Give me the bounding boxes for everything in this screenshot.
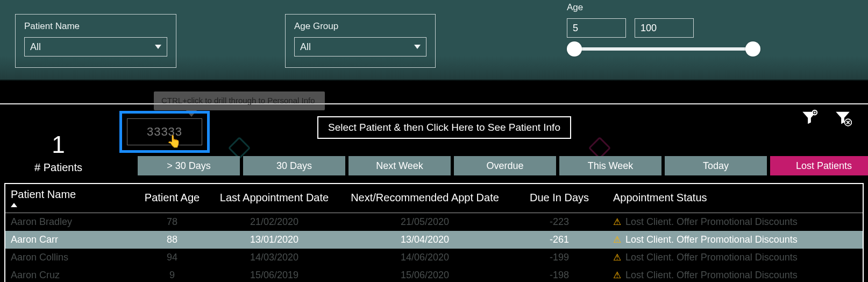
filter-patient-name: Patient Name All xyxy=(15,14,176,68)
chevron-down-icon xyxy=(155,45,161,49)
filter-age-group: Age Group All xyxy=(285,14,436,68)
cell-next-appt: 21/05/2020 xyxy=(339,213,511,231)
status-tab[interactable]: Lost Patients xyxy=(770,156,868,175)
drillthrough-highlight: 33333 xyxy=(119,111,210,153)
cell-status: ⚠Lost Client. Offer Promotional Discount… xyxy=(608,213,863,231)
patient-count-label: # Patients xyxy=(34,161,82,174)
cell-last-appt: 21/02/2020 xyxy=(210,213,339,231)
filter-age-slider: Age xyxy=(567,2,803,51)
cell-due: -199 xyxy=(511,249,608,266)
filter-patient-name-label: Patient Name xyxy=(24,21,167,32)
table-header-row: Patient Name Patient Age Last Appointmen… xyxy=(5,184,863,213)
patient-name-value: All xyxy=(30,41,41,53)
cell-last-appt: 15/06/2019 xyxy=(210,266,339,282)
cell-next-appt: 13/04/2020 xyxy=(339,231,511,249)
status-tab[interactable]: Overdue xyxy=(454,156,556,175)
age-slider-thumb-max[interactable] xyxy=(745,41,760,57)
cell-last-appt: 14/03/2020 xyxy=(210,249,339,266)
cell-due: -223 xyxy=(511,213,608,231)
cell-age: 94 xyxy=(134,249,210,266)
col-header-status[interactable]: Appointment Status xyxy=(608,184,863,213)
table-row[interactable]: Aaron Carr8813/01/202013/04/2020-261⚠Los… xyxy=(5,231,863,249)
table-row[interactable]: Aaron Cruz915/06/201915/06/2020-198⚠Lost… xyxy=(5,266,863,282)
warning-icon: ⚠ xyxy=(613,216,621,228)
main-area: CTRL+click to drill through to Personal … xyxy=(0,81,868,282)
cell-name: Aaron Cruz xyxy=(5,266,134,282)
patient-name-dropdown[interactable]: All xyxy=(24,37,167,57)
patient-info-banner[interactable]: Select Patient & then Click Here to See … xyxy=(317,116,571,139)
warning-icon: ⚠ xyxy=(613,234,621,245)
divider-line xyxy=(0,103,868,104)
cell-age: 88 xyxy=(134,231,210,249)
col-header-age[interactable]: Patient Age xyxy=(134,184,210,213)
status-tab[interactable]: > 30 Days xyxy=(138,156,240,175)
age-slider-track[interactable] xyxy=(572,47,755,51)
cell-status: ⚠Lost Client. Offer Promotional Discount… xyxy=(608,266,863,282)
status-tab[interactable]: Today xyxy=(665,156,767,175)
drillthrough-card[interactable]: 33333 xyxy=(127,118,202,145)
filter-age-group-label: Age Group xyxy=(294,21,426,32)
col-header-due[interactable]: Due In Days xyxy=(511,184,608,213)
warning-icon: ⚠ xyxy=(613,252,621,263)
cell-name: Aaron Carr xyxy=(5,231,134,249)
patients-table: Patient Name Patient Age Last Appointmen… xyxy=(4,183,864,282)
filter-band: Patient Name All Age Group All Age xyxy=(0,0,868,81)
cell-status: ⚠Lost Client. Offer Promotional Discount… xyxy=(608,249,863,266)
table-row[interactable]: Aaron Collins9414/03/202014/06/2020-199⚠… xyxy=(5,249,863,266)
cursor-icon: 👆 xyxy=(167,135,181,149)
patient-count-card: 1 # Patients xyxy=(34,131,82,174)
patient-info-banner-label: Select Patient & then Click Here to See … xyxy=(328,122,560,133)
age-group-dropdown[interactable]: All xyxy=(294,37,426,57)
status-tab[interactable]: This Week xyxy=(559,156,661,175)
status-tab[interactable]: 30 Days xyxy=(243,156,345,175)
cell-next-appt: 15/06/2020 xyxy=(339,266,511,282)
cell-due: -261 xyxy=(511,231,608,249)
warning-icon: ⚠ xyxy=(613,270,621,281)
cell-age: 78 xyxy=(134,213,210,231)
drillthrough-tooltip: CTRL+click to drill through to Personal … xyxy=(154,91,325,110)
cell-age: 9 xyxy=(134,266,210,282)
age-slider-thumb-min[interactable] xyxy=(567,41,582,57)
status-tab[interactable]: Next Week xyxy=(348,156,451,175)
age-max-input[interactable] xyxy=(635,18,694,38)
cell-name: Aaron Collins xyxy=(5,249,134,266)
cell-due: -198 xyxy=(511,266,608,282)
age-min-input[interactable] xyxy=(567,18,626,38)
cell-status: ⚠Lost Client. Offer Promotional Discount… xyxy=(608,231,863,249)
cell-last-appt: 13/01/2020 xyxy=(210,231,339,249)
table-row[interactable]: Aaron Bradley7821/02/202021/05/2020-223⚠… xyxy=(5,213,863,231)
clear-filter-icon[interactable] xyxy=(834,109,852,127)
age-group-value: All xyxy=(300,41,311,53)
col-header-last-appt[interactable]: Last Appointment Date xyxy=(210,184,339,213)
chevron-down-icon xyxy=(414,45,421,49)
patient-count-value: 1 xyxy=(34,131,82,158)
cell-name: Aaron Bradley xyxy=(5,213,134,231)
age-slider-label: Age xyxy=(567,2,803,13)
status-tabs: > 30 Days30 DaysNext WeekOverdueThis Wee… xyxy=(138,156,868,175)
filter-settings-icon[interactable] xyxy=(800,109,819,127)
col-header-next-appt[interactable]: Next/Recommended Appt Date xyxy=(339,184,511,213)
cell-next-appt: 14/06/2020 xyxy=(339,249,511,266)
col-header-name[interactable]: Patient Name xyxy=(5,184,134,213)
